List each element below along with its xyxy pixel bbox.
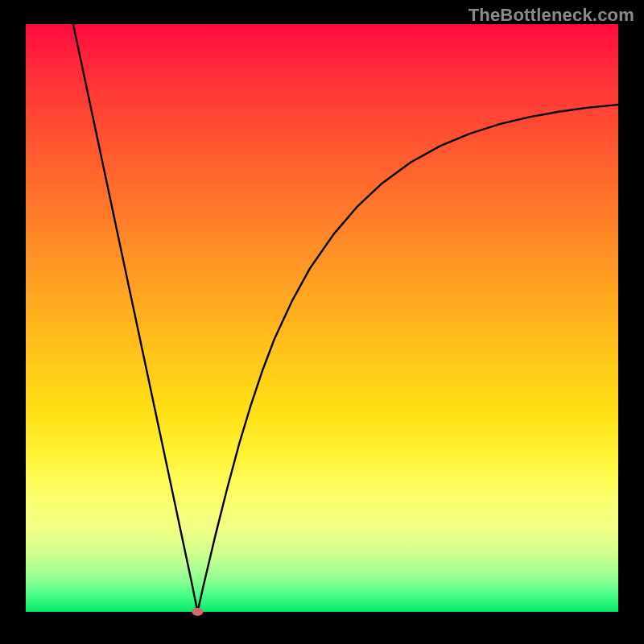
minimum-marker xyxy=(192,608,203,616)
outer-frame: TheBottleneck.com xyxy=(0,0,644,644)
watermark-text: TheBottleneck.com xyxy=(469,5,634,26)
chart-svg xyxy=(26,24,618,612)
bottleneck-curve xyxy=(73,24,618,612)
chart-plot-area xyxy=(26,24,618,612)
